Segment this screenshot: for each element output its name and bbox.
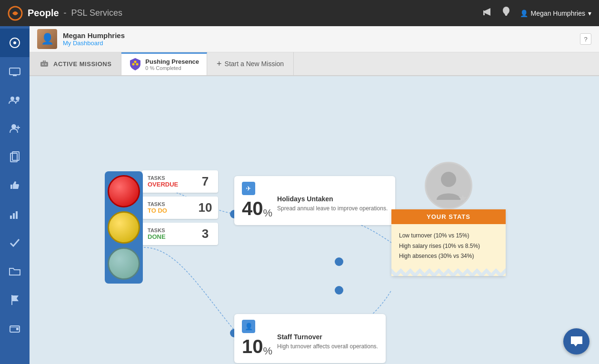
svg-point-35	[441, 172, 456, 187]
task-card-overdue[interactable]: TASKS OVERDUE 7	[142, 170, 218, 193]
pushing-presence-sub: 0 % Completed	[145, 65, 199, 71]
your-stats-header: YOUR STATS	[391, 209, 506, 224]
your-stats-line3: High absences (30% vs 34%)	[399, 251, 498, 262]
pushing-presence-title: Pushing Presence	[145, 58, 199, 65]
sidebar-item-folder[interactable]	[0, 257, 30, 285]
logo-icon	[8, 6, 23, 21]
svg-rect-30	[16, 328, 19, 330]
svg-rect-25	[10, 216, 12, 219]
sidebar-item-tv[interactable]	[0, 57, 30, 86]
megaphone-icon[interactable]	[482, 7, 492, 19]
task-count-overdue: 7	[198, 174, 212, 189]
svg-point-34	[335, 286, 343, 295]
svg-point-2	[503, 7, 509, 14]
svg-rect-9	[44, 60, 45, 62]
top-nav-right: 👤 Megan Humphries ▾	[482, 7, 591, 20]
app-title: People	[28, 8, 59, 19]
user-menu[interactable]: 👤 Megan Humphries ▾	[520, 10, 591, 17]
tab-active-missions-label: ACTIVE MISSIONS	[53, 60, 111, 68]
task-cards: TASKS OVERDUE 7 TASKS TO DO 10 TASKS DON…	[142, 170, 218, 249]
turnover-desc: High turnover affects overall operations…	[277, 343, 378, 351]
app-subtitle: PSL Services	[71, 8, 122, 18]
svg-point-19	[16, 97, 20, 100]
plane-icon: ✈	[242, 182, 255, 195]
svg-rect-1	[483, 13, 485, 15]
task-count-done: 3	[198, 226, 212, 241]
sidebar-item-copy[interactable]	[0, 143, 30, 171]
svg-rect-3	[505, 14, 508, 15]
person-icon: 👤	[242, 320, 255, 333]
user-icon: 👤	[520, 10, 528, 17]
svg-point-7	[42, 63, 44, 65]
avatar-star-icon: ★	[458, 192, 468, 205]
tabs-bar: ACTIVE MISSIONS Pushing Presence 0 % Com…	[30, 52, 599, 76]
task-count-todo: 10	[198, 200, 212, 215]
my-dashboard-link[interactable]: My Dashboard	[63, 39, 125, 47]
main-content: TASKS OVERDUE 7 TASKS TO DO 10 TASKS DON…	[30, 76, 599, 364]
your-stats-line2: High salary rises (10% vs 8.5%)	[399, 241, 498, 252]
bulb-icon[interactable]	[502, 7, 510, 20]
chat-bubble[interactable]	[563, 328, 589, 354]
svg-rect-26	[13, 213, 15, 219]
tab-pushing-presence[interactable]: Pushing Presence 0 % Completed	[121, 52, 207, 75]
traffic-light	[105, 171, 143, 284]
svg-rect-27	[16, 211, 18, 219]
sidebar-item-check[interactable]	[0, 228, 30, 257]
turnover-pct: %	[263, 345, 273, 357]
stat-card-holidays[interactable]: ✈ 40% Holidays Untaken Spread annual lea…	[234, 176, 395, 225]
holidays-percent: 40	[242, 198, 263, 219]
shield-icon	[129, 57, 141, 72]
user-bar-left: Megan Humphries My Dashboard	[37, 29, 125, 49]
username-label: Megan Humphries	[531, 10, 585, 17]
task-label-overdue: TASKS	[148, 175, 192, 181]
top-nav-left: People - PSL Services	[8, 6, 122, 21]
task-label-todo: TASKS	[148, 201, 192, 207]
dropdown-icon: ▾	[588, 10, 591, 17]
avatar-circle: ★	[425, 162, 472, 209]
user-info: Megan Humphries My Dashboard	[63, 31, 125, 47]
plus-icon: +	[217, 59, 222, 69]
title-separator: -	[64, 8, 67, 18]
new-mission-label: Start a New Mission	[225, 60, 284, 68]
sidebar	[0, 26, 30, 364]
svg-point-10	[132, 63, 135, 66]
svg-rect-15	[10, 68, 20, 75]
svg-rect-5	[40, 62, 48, 67]
your-stats-card: YOUR STATS Low turnover (10% vs 15%) Hig…	[391, 209, 506, 276]
turnover-percent: 10	[242, 336, 263, 357]
stat-card-turnover[interactable]: 👤 10% Staff Turnover High turnover affec…	[234, 314, 386, 363]
top-nav: People - PSL Services 👤 Megan Humphries …	[0, 0, 599, 26]
svg-point-14	[13, 41, 16, 44]
help-button[interactable]: ?	[580, 33, 591, 45]
svg-rect-4	[505, 15, 507, 16]
user-bar: Megan Humphries My Dashboard ?	[30, 26, 599, 52]
your-stats-body: Low turnover (10% vs 15%) High salary ri…	[391, 224, 506, 268]
tab-new-mission[interactable]: + Start a New Mission	[207, 52, 294, 75]
sidebar-item-person-add[interactable]	[0, 114, 30, 143]
sidebar-item-thumbsup[interactable]	[0, 171, 30, 200]
user-name: Megan Humphries	[63, 31, 125, 39]
turnover-title: Staff Turnover	[277, 333, 378, 341]
avatar	[37, 29, 57, 49]
tab-active-missions[interactable]: ACTIVE MISSIONS	[30, 52, 121, 75]
svg-point-18	[10, 97, 14, 100]
task-status-overdue: OVERDUE	[148, 181, 192, 188]
svg-point-12	[134, 61, 137, 63]
holidays-pct: %	[263, 207, 273, 219]
svg-point-8	[45, 63, 47, 65]
sidebar-item-flag[interactable]	[0, 285, 30, 314]
holidays-desc: Spread annual leave to improve operation…	[277, 205, 388, 213]
robot-icon	[39, 58, 50, 70]
svg-point-20	[11, 124, 16, 129]
your-stats-line1: Low turnover (10% vs 15%)	[399, 231, 498, 241]
traffic-light-red	[108, 175, 140, 207]
task-card-todo[interactable]: TASKS TO DO 10	[142, 197, 218, 219]
holidays-title: Holidays Untaken	[277, 195, 388, 203]
your-stats-zigzag	[391, 268, 506, 276]
task-status-todo: TO DO	[148, 207, 192, 214]
sidebar-item-dashboard[interactable]	[0, 29, 30, 57]
sidebar-item-wallet[interactable]	[0, 314, 30, 343]
sidebar-item-people[interactable]	[0, 86, 30, 114]
sidebar-item-chart[interactable]	[0, 200, 30, 228]
task-card-done[interactable]: TASKS DONE 3	[142, 223, 218, 245]
